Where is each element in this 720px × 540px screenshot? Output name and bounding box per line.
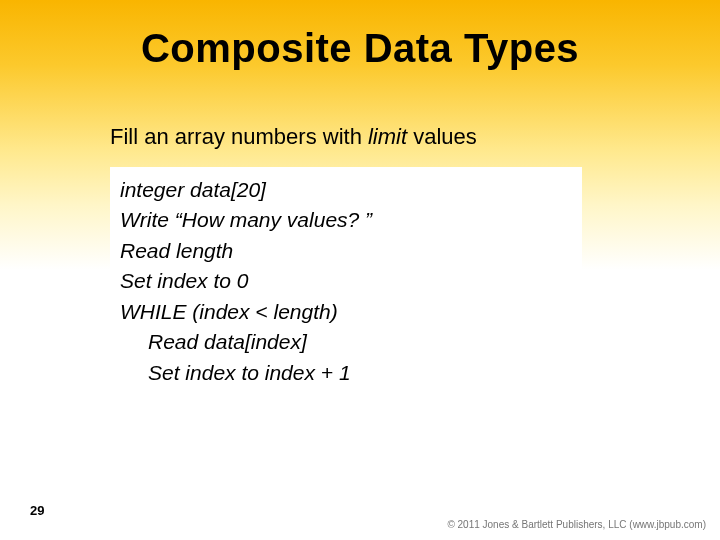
page-number: 29: [30, 503, 44, 518]
code-line: Set index to index + 1: [120, 358, 572, 388]
code-line: Read data[index]: [120, 327, 572, 357]
slide-subtitle: Fill an array numbers with limit values: [110, 124, 477, 150]
code-box: integer data[20] Write “How many values?…: [110, 167, 582, 398]
code-line-indent: Read data[index]: [120, 327, 307, 357]
subtitle-prefix: Fill an array numbers with: [110, 124, 368, 149]
subtitle-italic: limit: [368, 124, 407, 149]
slide: Composite Data Types Fill an array numbe…: [0, 0, 720, 540]
slide-title: Composite Data Types: [0, 26, 720, 71]
code-line: WHILE (index < length): [120, 297, 572, 327]
subtitle-suffix: values: [407, 124, 477, 149]
code-line-indent: Set index to index + 1: [120, 358, 351, 388]
copyright-footer: © 2011 Jones & Bartlett Publishers, LLC …: [447, 519, 706, 530]
code-line: Set index to 0: [120, 266, 572, 296]
code-line: integer data[20]: [120, 175, 572, 205]
code-line: Read length: [120, 236, 572, 266]
code-line: Write “How many values? ”: [120, 205, 572, 235]
